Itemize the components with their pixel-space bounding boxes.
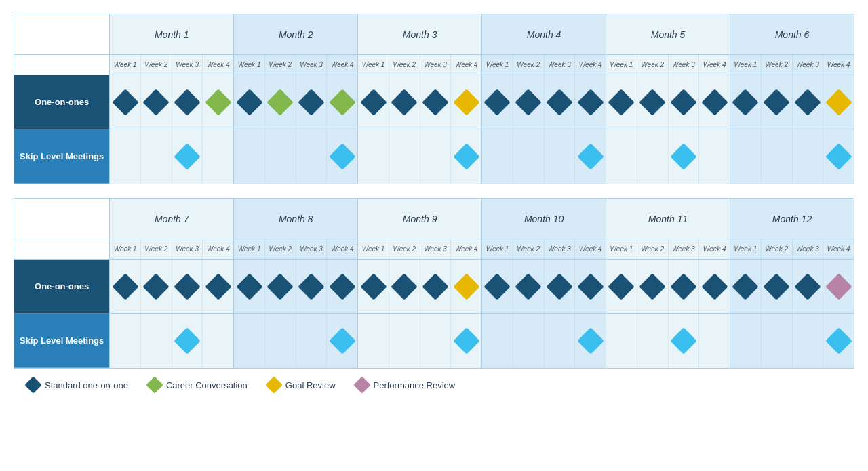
data-cell	[172, 129, 203, 184]
diamond-skip	[174, 143, 201, 170]
week-label: Week 4	[327, 55, 357, 75]
week-label: Week 2	[389, 239, 420, 259]
data-cell	[762, 314, 793, 368]
diamond-standard	[608, 89, 635, 116]
month-header: Month 2	[234, 14, 357, 55]
diamond-standard	[112, 89, 139, 116]
week-label: Week 2	[513, 239, 545, 259]
month-group-month-8: Month 8Week 1Week 2Week 3Week 4	[233, 199, 357, 368]
diamond-skip	[453, 327, 480, 354]
diamond-standard	[763, 89, 790, 116]
data-cell	[327, 75, 357, 129]
skip-level-row	[234, 129, 357, 184]
week-label: Week 1	[110, 239, 141, 259]
diamond-standard	[298, 89, 325, 116]
data-cell	[482, 260, 513, 313]
rows-area	[358, 260, 481, 368]
diamond-skip	[825, 327, 852, 354]
week-label: Week 2	[513, 55, 545, 75]
data-cell	[545, 129, 576, 184]
diamond-standard	[701, 273, 728, 300]
week-label: Week 3	[793, 239, 824, 259]
diamond-career	[267, 89, 294, 116]
one-on-one-row	[482, 75, 606, 129]
data-cell	[451, 129, 481, 184]
rows-area	[358, 75, 481, 184]
week-label: Week 4	[203, 239, 233, 259]
diamond-standard	[112, 273, 139, 300]
diamond-skip	[577, 143, 604, 170]
one-on-one-label: One-on-ones	[14, 75, 109, 129]
skip-level-row	[110, 129, 233, 184]
skip-level-label: Skip Level Meetings	[14, 314, 109, 368]
diamond-standard	[670, 89, 697, 116]
skip-level-row	[358, 314, 481, 368]
one-on-one-row	[110, 75, 233, 129]
week-label: Week 1	[482, 55, 513, 75]
week-label: Week 1	[606, 55, 637, 75]
month-group-month-10: Month 10Week 1Week 2Week 3Week 4	[481, 199, 606, 368]
data-cell	[482, 75, 513, 129]
row-labels: One-on-onesSkip Level Meetings	[14, 199, 109, 368]
week-label: Week 2	[762, 239, 793, 259]
data-cell	[265, 75, 296, 129]
diamond-standard	[143, 273, 170, 300]
week-label: Week 3	[172, 239, 203, 259]
month-header: Month 5	[606, 14, 730, 55]
data-cell	[358, 75, 389, 129]
data-cell	[358, 129, 389, 184]
diamond-standard	[267, 273, 294, 300]
section-bottom: One-on-onesSkip Level MeetingsMonth 7Wee…	[14, 198, 854, 369]
data-cell	[296, 260, 328, 313]
diamond-skip	[453, 143, 480, 170]
diamond-standard	[546, 273, 573, 300]
week-label: Week 4	[327, 239, 357, 259]
legend-diamond-goal	[265, 376, 282, 393]
diamond-standard	[577, 273, 604, 300]
diamond-standard	[391, 273, 418, 300]
week-label: Week 4	[823, 55, 854, 75]
data-cell	[482, 129, 513, 184]
diamond-standard	[701, 89, 728, 116]
data-cell	[669, 260, 700, 313]
month-header: Month 8	[234, 199, 357, 239]
data-cell	[669, 75, 700, 129]
data-cell	[451, 75, 481, 129]
diamond-standard	[174, 89, 201, 116]
week-label: Week 3	[793, 55, 824, 75]
diamond-skip	[329, 143, 356, 170]
week-label: Week 1	[358, 239, 389, 259]
data-cell	[545, 75, 576, 129]
data-cell	[234, 75, 265, 129]
legend-label: Goal Review	[285, 380, 336, 390]
data-cell	[420, 314, 452, 368]
week-label: Week 2	[265, 55, 296, 75]
week-label: Week 3	[296, 239, 328, 259]
week-label: Week 1	[730, 239, 762, 259]
data-cell	[110, 75, 141, 129]
week-label: Week 2	[389, 55, 420, 75]
data-cell	[637, 260, 669, 313]
week-label: Week 4	[451, 55, 481, 75]
one-on-one-row	[482, 260, 606, 314]
data-cell	[637, 314, 669, 368]
data-cell	[793, 260, 824, 313]
data-cell	[234, 314, 265, 368]
diamond-standard	[732, 273, 760, 300]
data-cell	[823, 260, 854, 313]
diamond-standard	[670, 273, 697, 300]
skip-level-row	[482, 129, 606, 184]
data-cell	[420, 75, 452, 129]
legend-label: Performance Review	[374, 380, 456, 390]
schedule-container: One-on-onesSkip Level MeetingsMonth 1Wee…	[14, 14, 854, 369]
week-label: Week 4	[575, 239, 606, 259]
data-cell	[110, 260, 141, 313]
one-on-one-row	[606, 260, 730, 314]
data-cell	[730, 75, 762, 129]
month-group-month-3: Month 3Week 1Week 2Week 3Week 4	[357, 14, 481, 184]
legend-item-career: Career Conversation	[149, 379, 248, 391]
week-label: Week 4	[203, 55, 233, 75]
week-label: Week 2	[141, 239, 172, 259]
week-label: Week 2	[762, 55, 793, 75]
data-cell	[110, 314, 141, 368]
